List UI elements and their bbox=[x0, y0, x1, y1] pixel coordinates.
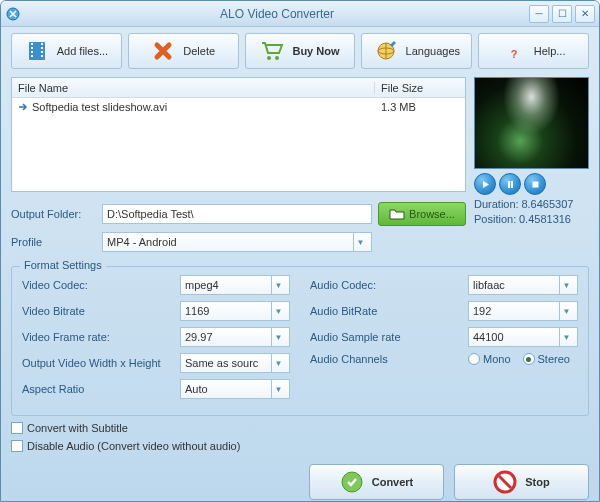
help-label: Help... bbox=[534, 45, 566, 57]
col-filesize[interactable]: File Size bbox=[375, 82, 465, 94]
chevron-down-icon: ▼ bbox=[271, 354, 285, 372]
stop-label: Stop bbox=[525, 476, 549, 488]
radio-icon bbox=[468, 353, 480, 365]
app-icon bbox=[5, 6, 21, 22]
buy-now-button[interactable]: Buy Now bbox=[245, 33, 356, 69]
audio-sample-select[interactable]: 44100▼ bbox=[468, 327, 578, 347]
file-list-header: File Name File Size bbox=[12, 78, 465, 98]
window-controls: ─ ☐ ✕ bbox=[529, 5, 595, 23]
convert-icon bbox=[340, 470, 364, 494]
app-window: ALO Video Converter ─ ☐ ✕ Add files... D… bbox=[0, 0, 600, 502]
convert-subtitle-label: Convert with Subtitle bbox=[27, 422, 128, 434]
checkbox-icon bbox=[11, 440, 23, 452]
add-files-button[interactable]: Add files... bbox=[11, 33, 122, 69]
titlebar: ALO Video Converter ─ ☐ ✕ bbox=[1, 1, 599, 27]
svg-point-11 bbox=[275, 56, 279, 60]
audio-bitrate-label: Audio BitRate bbox=[310, 305, 462, 317]
profile-value: MP4 - Android bbox=[107, 236, 177, 248]
stop-playback-button[interactable] bbox=[524, 173, 546, 195]
chevron-down-icon: ▼ bbox=[271, 380, 285, 398]
output-folder-row: Output Folder: Browse... bbox=[11, 202, 466, 226]
browse-button[interactable]: Browse... bbox=[378, 202, 466, 226]
duration-info: Duration: 8.6465307 bbox=[474, 198, 589, 210]
radio-icon bbox=[523, 353, 535, 365]
close-button[interactable]: ✕ bbox=[575, 5, 595, 23]
svg-rect-4 bbox=[31, 51, 33, 53]
middle-row: File Name File Size Softpedia test slide… bbox=[11, 77, 589, 258]
svg-rect-8 bbox=[41, 51, 43, 53]
video-codec-label: Video Codec: bbox=[22, 279, 174, 291]
aspect-ratio-label: Aspect Ratio bbox=[22, 383, 174, 395]
help-button[interactable]: ? Help... bbox=[478, 33, 589, 69]
delete-button[interactable]: Delete bbox=[128, 33, 239, 69]
audio-codec-label: Audio Codec: bbox=[310, 279, 462, 291]
convert-label: Convert bbox=[372, 476, 414, 488]
video-bitrate-select[interactable]: 1169▼ bbox=[180, 301, 290, 321]
svg-rect-7 bbox=[41, 47, 43, 49]
chevron-down-icon: ▼ bbox=[559, 328, 573, 346]
audio-codec-select[interactable]: libfaac▼ bbox=[468, 275, 578, 295]
preview-area: Duration: 8.6465307 Position: 0.4581316 bbox=[474, 77, 589, 258]
content: Add files... Delete Buy Now Languages ? … bbox=[1, 27, 599, 502]
toolbar: Add files... Delete Buy Now Languages ? … bbox=[11, 33, 589, 69]
maximize-button[interactable]: ☐ bbox=[552, 5, 572, 23]
folder-icon bbox=[389, 207, 405, 221]
output-folder-label: Output Folder: bbox=[11, 208, 96, 220]
svg-text:?: ? bbox=[510, 48, 517, 60]
buy-now-label: Buy Now bbox=[292, 45, 339, 57]
stereo-radio[interactable]: Stereo bbox=[523, 353, 570, 365]
svg-rect-17 bbox=[532, 181, 538, 187]
svg-rect-3 bbox=[31, 47, 33, 49]
delete-label: Delete bbox=[183, 45, 215, 57]
svg-rect-6 bbox=[41, 43, 43, 45]
window-title: ALO Video Converter bbox=[25, 7, 529, 21]
stop-icon bbox=[493, 470, 517, 494]
format-settings-legend: Format Settings bbox=[20, 259, 106, 271]
profile-row: Profile MP4 - Android ▼ bbox=[11, 232, 466, 252]
disable-audio-label: Disable Audio (Convert video without aud… bbox=[27, 440, 240, 452]
help-icon: ? bbox=[502, 39, 526, 63]
video-framerate-label: Video Frame rate: bbox=[22, 331, 174, 343]
convert-button[interactable]: Convert bbox=[309, 464, 444, 500]
video-bitrate-label: Video Bitrate bbox=[22, 305, 174, 317]
profile-select[interactable]: MP4 - Android ▼ bbox=[102, 232, 372, 252]
languages-button[interactable]: Languages bbox=[361, 33, 472, 69]
chevron-down-icon: ▼ bbox=[559, 276, 573, 294]
output-wh-select[interactable]: Same as sourc▼ bbox=[180, 353, 290, 373]
col-filename[interactable]: File Name bbox=[12, 82, 375, 94]
convert-subtitle-check[interactable]: Convert with Subtitle bbox=[11, 422, 589, 434]
chevron-down-icon: ▼ bbox=[271, 276, 285, 294]
chevron-down-icon: ▼ bbox=[271, 302, 285, 320]
aspect-ratio-select[interactable]: Auto▼ bbox=[180, 379, 290, 399]
playback-controls bbox=[474, 173, 589, 195]
video-framerate-select[interactable]: 29.97▼ bbox=[180, 327, 290, 347]
file-name: Softpedia test slideshow.avi bbox=[32, 101, 167, 113]
stop-button[interactable]: Stop bbox=[454, 464, 589, 500]
languages-label: Languages bbox=[406, 45, 460, 57]
svg-rect-2 bbox=[31, 43, 33, 45]
chevron-down-icon: ▼ bbox=[353, 233, 367, 251]
delete-icon bbox=[151, 39, 175, 63]
disable-audio-check[interactable]: Disable Audio (Convert video without aud… bbox=[11, 440, 589, 452]
pause-button[interactable] bbox=[499, 173, 521, 195]
play-button[interactable] bbox=[474, 173, 496, 195]
file-size: 1.3 MB bbox=[375, 101, 465, 113]
languages-icon bbox=[374, 39, 398, 63]
output-folder-input[interactable] bbox=[102, 204, 372, 224]
action-buttons: Convert Stop bbox=[11, 464, 589, 500]
file-list[interactable]: File Name File Size Softpedia test slide… bbox=[11, 77, 466, 192]
svg-point-10 bbox=[267, 56, 271, 60]
svg-rect-5 bbox=[31, 55, 33, 57]
arrow-icon bbox=[18, 102, 28, 112]
cart-icon bbox=[260, 39, 284, 63]
format-settings-group: Format Settings Video Codec:mpeg4▼ Video… bbox=[11, 266, 589, 416]
mono-radio[interactable]: Mono bbox=[468, 353, 511, 365]
browse-label: Browse... bbox=[409, 208, 455, 220]
table-row[interactable]: Softpedia test slideshow.avi 1.3 MB bbox=[12, 98, 465, 116]
svg-rect-15 bbox=[508, 181, 510, 188]
minimize-button[interactable]: ─ bbox=[529, 5, 549, 23]
audio-bitrate-select[interactable]: 192▼ bbox=[468, 301, 578, 321]
svg-rect-16 bbox=[511, 181, 513, 188]
audio-sample-label: Audio Sample rate bbox=[310, 331, 462, 343]
video-codec-select[interactable]: mpeg4▼ bbox=[180, 275, 290, 295]
